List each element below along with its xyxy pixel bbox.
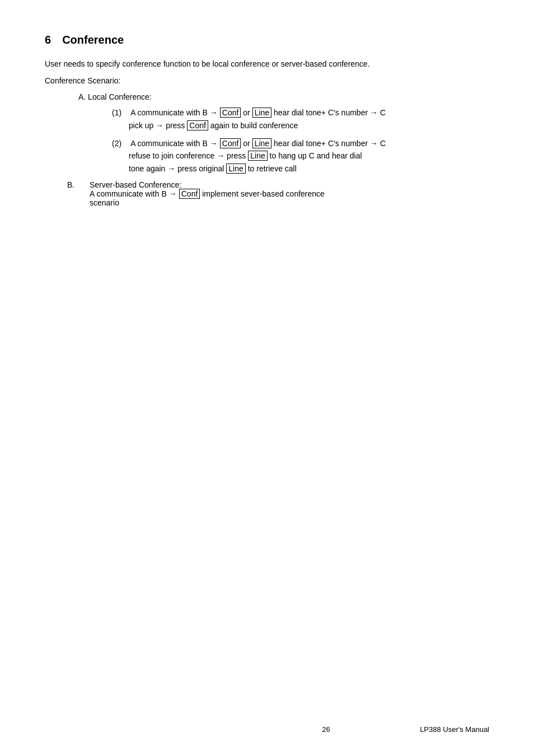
arrow-icon-5: → bbox=[169, 189, 177, 198]
footer: 26 LP388 User's Manual bbox=[45, 725, 489, 734]
item-number-2: (2) bbox=[112, 137, 129, 150]
arrow-icon-4: → bbox=[370, 139, 378, 148]
arrow-icon-3: → bbox=[210, 139, 218, 148]
conf-kbd-3: Conf bbox=[220, 138, 241, 148]
arrow-icon-2: → bbox=[370, 108, 378, 117]
line-kbd-2: Line bbox=[252, 138, 271, 148]
server-conf-label: Server-based Conference: bbox=[90, 180, 181, 189]
item-number-1: (1) bbox=[112, 106, 129, 119]
section-title: 6 Conference bbox=[45, 34, 489, 46]
outline-b: B. Server-based Conference: A communicat… bbox=[67, 180, 489, 207]
outline-items: (1) A communicate with B→Conf or Line he… bbox=[112, 106, 489, 175]
list-item: (2) A communicate with B→Conf or Line he… bbox=[112, 137, 489, 175]
item-2-line2: refuse to join conference → press Line t… bbox=[129, 151, 362, 160]
outline-a-label: A. Local Conference: bbox=[78, 91, 489, 103]
intro-paragraph: User needs to specify conference functio… bbox=[45, 58, 489, 70]
item-2-text: A communicate with B→Conf or Line hear d… bbox=[112, 139, 386, 173]
footer-page-number: 26 bbox=[232, 725, 420, 734]
server-conf-text: A communicate with B→Conf implement seve… bbox=[90, 189, 325, 207]
outline-b-label: B. bbox=[67, 180, 84, 189]
line-kbd-1: Line bbox=[252, 108, 271, 118]
arrow-icon: → bbox=[210, 108, 218, 117]
line-kbd-4: Line bbox=[226, 164, 245, 174]
page: 6 Conference User needs to specify confe… bbox=[0, 0, 534, 756]
footer-manual-title: LP388 User's Manual bbox=[420, 725, 489, 734]
item-1-line2: pick up → press Conf again to build conf… bbox=[129, 121, 298, 130]
outline-a: A. Local Conference: (1) A communicate w… bbox=[78, 91, 489, 175]
scenario-label: Conference Scenario: bbox=[45, 74, 489, 87]
conf-kbd-1: Conf bbox=[220, 108, 241, 118]
section-number: 6 bbox=[45, 34, 51, 46]
conf-kbd-2: Conf bbox=[187, 120, 208, 130]
section-heading: Conference bbox=[62, 34, 124, 46]
conf-kbd-4: Conf bbox=[179, 189, 200, 199]
list-item: (1) A communicate with B→Conf or Line he… bbox=[112, 106, 489, 132]
item-1-text: A communicate with B→Conf or Line hear d… bbox=[112, 108, 386, 129]
item-2-line3: tone again → press original Line to retr… bbox=[129, 164, 297, 173]
outline-b-content: Server-based Conference: A communicate w… bbox=[90, 180, 489, 207]
line-kbd-3: Line bbox=[248, 151, 267, 161]
